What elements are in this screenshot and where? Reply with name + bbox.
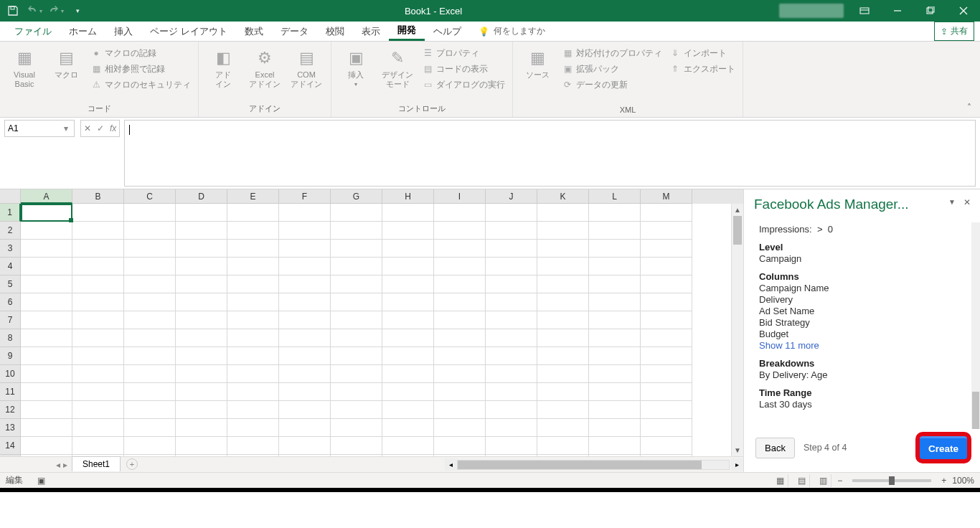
cell[interactable] bbox=[434, 293, 486, 311]
cell[interactable] bbox=[434, 401, 486, 419]
column-header[interactable]: C bbox=[124, 189, 176, 204]
cell[interactable] bbox=[279, 437, 331, 455]
cell[interactable] bbox=[641, 222, 692, 240]
cell[interactable] bbox=[21, 419, 72, 437]
record-macro-button[interactable]: ●マクロの記録 bbox=[89, 46, 192, 60]
cell[interactable] bbox=[537, 347, 589, 365]
row-header[interactable]: 15 bbox=[0, 455, 21, 456]
cell[interactable] bbox=[279, 419, 331, 437]
xml-import-button[interactable]: ⇓インポート bbox=[668, 46, 737, 60]
cell[interactable] bbox=[331, 258, 382, 275]
cell[interactable] bbox=[537, 455, 589, 456]
cell[interactable] bbox=[641, 293, 692, 311]
cell[interactable] bbox=[537, 401, 589, 419]
cell[interactable] bbox=[434, 222, 486, 240]
tab-developer[interactable]: 開発 bbox=[389, 22, 425, 41]
cell[interactable] bbox=[331, 275, 382, 293]
cell[interactable] bbox=[486, 401, 537, 419]
cell[interactable] bbox=[486, 437, 537, 455]
view-code-button[interactable]: ▤コードの表示 bbox=[420, 62, 507, 76]
row-header[interactable]: 7 bbox=[0, 311, 21, 329]
cell[interactable] bbox=[589, 329, 641, 347]
cell[interactable] bbox=[382, 329, 434, 347]
cell[interactable] bbox=[537, 419, 589, 437]
cell[interactable] bbox=[72, 240, 124, 258]
cell[interactable] bbox=[382, 383, 434, 401]
cell[interactable] bbox=[434, 347, 486, 365]
view-pagelayout-button[interactable]: ▤ bbox=[794, 474, 810, 487]
cell[interactable] bbox=[176, 437, 227, 455]
cell[interactable] bbox=[589, 383, 641, 401]
tab-view[interactable]: 表示 bbox=[353, 22, 389, 41]
expansion-pack-button[interactable]: ▣拡張パック bbox=[560, 62, 664, 76]
cell[interactable] bbox=[227, 293, 279, 311]
cell[interactable] bbox=[279, 275, 331, 293]
cell[interactable] bbox=[124, 222, 176, 240]
share-button[interactable]: ⇪ 共有 bbox=[934, 22, 974, 41]
view-normal-button[interactable]: ▦ bbox=[773, 474, 788, 487]
cell[interactable] bbox=[641, 347, 692, 365]
cell[interactable] bbox=[279, 401, 331, 419]
cell[interactable] bbox=[486, 240, 537, 258]
cell[interactable] bbox=[382, 455, 434, 456]
cell[interactable] bbox=[641, 419, 692, 437]
cell[interactable] bbox=[641, 365, 692, 383]
cell[interactable] bbox=[176, 347, 227, 365]
cell[interactable] bbox=[176, 329, 227, 347]
formula-input[interactable] bbox=[124, 120, 976, 187]
column-header[interactable]: H bbox=[382, 189, 434, 204]
row-header[interactable]: 11 bbox=[0, 383, 21, 401]
tab-help[interactable]: ヘルプ bbox=[425, 22, 470, 41]
cell[interactable] bbox=[537, 383, 589, 401]
cell[interactable] bbox=[434, 383, 486, 401]
cell[interactable] bbox=[641, 437, 692, 455]
cell[interactable] bbox=[227, 222, 279, 240]
cell[interactable] bbox=[72, 258, 124, 275]
column-header[interactable]: K bbox=[537, 189, 589, 204]
cell[interactable] bbox=[124, 311, 176, 329]
add-sheet-button[interactable]: + bbox=[126, 458, 138, 470]
cell[interactable] bbox=[382, 419, 434, 437]
view-pagebreak-button[interactable]: ▥ bbox=[816, 474, 831, 487]
cell[interactable] bbox=[227, 383, 279, 401]
cell[interactable] bbox=[279, 258, 331, 275]
cell[interactable] bbox=[641, 240, 692, 258]
scroll-right-button[interactable]: ▸ bbox=[731, 458, 743, 471]
ribbon-display-button[interactable] bbox=[848, 0, 881, 22]
cell[interactable] bbox=[21, 401, 72, 419]
excel-addins-button[interactable]: ⚙Excel アドイン bbox=[245, 44, 285, 102]
cell[interactable] bbox=[227, 258, 279, 275]
cell[interactable] bbox=[537, 365, 589, 383]
addins-button[interactable]: ◧アド イン bbox=[203, 44, 243, 102]
cell[interactable] bbox=[589, 258, 641, 275]
task-pane-close-button[interactable]: ✕ bbox=[961, 197, 973, 208]
cell[interactable] bbox=[382, 258, 434, 275]
cell[interactable] bbox=[227, 419, 279, 437]
cell[interactable] bbox=[124, 204, 176, 222]
cell[interactable] bbox=[434, 329, 486, 347]
cell[interactable] bbox=[72, 419, 124, 437]
cell[interactable] bbox=[176, 455, 227, 456]
task-pane-dropdown[interactable]: ▼ bbox=[948, 198, 956, 206]
cell[interactable] bbox=[434, 311, 486, 329]
cell[interactable] bbox=[589, 293, 641, 311]
cell[interactable] bbox=[72, 222, 124, 240]
cell[interactable] bbox=[72, 204, 124, 222]
cell[interactable] bbox=[434, 419, 486, 437]
map-properties-button[interactable]: ▦対応付けのプロパティ bbox=[560, 46, 664, 60]
cell[interactable] bbox=[72, 311, 124, 329]
cell[interactable] bbox=[227, 365, 279, 383]
cell[interactable] bbox=[227, 329, 279, 347]
hscroll-thumb[interactable] bbox=[458, 461, 702, 469]
cell[interactable] bbox=[227, 455, 279, 456]
column-header[interactable]: D bbox=[176, 189, 227, 204]
cell[interactable] bbox=[382, 240, 434, 258]
cell[interactable] bbox=[21, 275, 72, 293]
cell[interactable] bbox=[537, 311, 589, 329]
cell[interactable] bbox=[227, 204, 279, 222]
user-account[interactable] bbox=[779, 4, 844, 18]
cell[interactable] bbox=[124, 240, 176, 258]
cell[interactable] bbox=[434, 365, 486, 383]
cell[interactable] bbox=[176, 311, 227, 329]
cell[interactable] bbox=[382, 437, 434, 455]
